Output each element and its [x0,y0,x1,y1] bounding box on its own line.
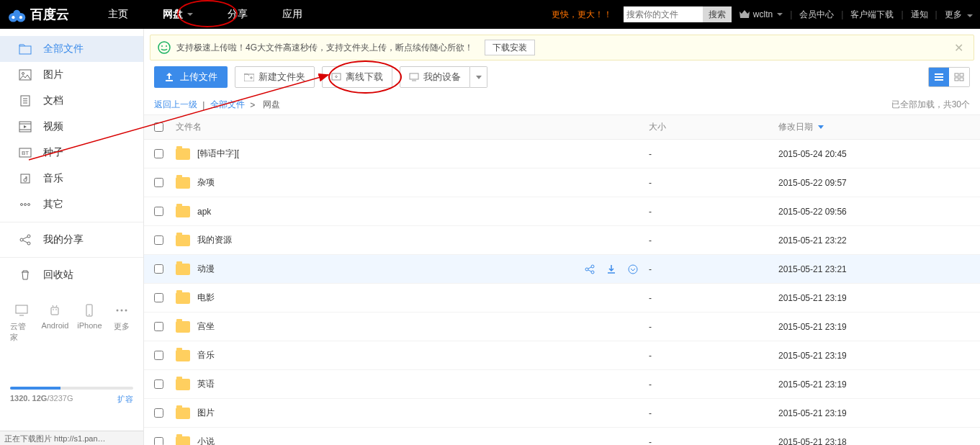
sidebar-share[interactable]: 我的分享 [0,227,143,253]
list-view-button[interactable] [929,68,949,86]
row-checkbox[interactable] [154,264,163,274]
search-input[interactable] [624,6,703,22]
load-status: 已全部加载，共30个 [891,99,970,111]
platform-iphone[interactable]: iPhone [77,302,102,343]
col-name[interactable]: 文件名 [173,121,649,133]
row-checkbox[interactable] [154,178,163,187]
select-all-checkbox[interactable] [154,122,163,132]
offline-download-button[interactable]: 离线下载 [322,66,392,88]
row-checkbox[interactable] [154,235,163,245]
table-row[interactable]: 动漫-2015-05-21 23:21 [144,255,980,284]
top-bar-right: 更快，更大！！ 搜索 wcltn | 会员中心 | 客户端下载 | 通知 | 更… [552,6,973,22]
sidebar-item[interactable]: 文档 [0,88,143,114]
row-checkbox[interactable] [154,322,163,331]
file-size: - [649,235,778,246]
smile-icon [158,41,171,54]
download-icon [331,73,341,81]
more-link[interactable]: 更多 [945,9,973,21]
table-row[interactable]: 英语-2015-05-21 23:19 [144,370,980,399]
topnav-item[interactable]: 主页 [91,0,145,29]
platform-monitor[interactable]: 云管家 [10,302,32,343]
file-date: 2015-05-21 23:19 [778,351,966,361]
folder-icon [176,408,190,419]
svg-rect-51 [955,73,958,76]
svg-point-35 [117,310,119,312]
share-icon[interactable] [584,264,595,275]
other-icon [19,198,32,211]
grid-view-button[interactable] [949,68,969,86]
sidebar-item[interactable]: 视频 [0,114,143,140]
sidebar-item[interactable]: BT种子 [0,140,143,166]
new-folder-icon [244,73,254,81]
sidebar-recycle-label: 回收站 [43,269,73,282]
col-size[interactable]: 大小 [649,121,778,133]
sidebar-item[interactable]: 图片 [0,62,143,88]
row-checkbox[interactable] [154,437,163,445]
table-row[interactable]: 小说-2015-05-21 23:18 [144,428,980,445]
file-size: - [649,293,778,303]
breadcrumb-root[interactable]: 全部文件 [210,99,245,111]
row-checkbox[interactable] [154,351,163,360]
svg-point-36 [121,310,123,312]
search-button[interactable]: 搜索 [703,6,732,22]
storage-bar [10,387,133,390]
svg-point-40 [166,45,167,47]
my-device-button[interactable]: 我的设备 [400,66,470,88]
grid-icon [954,73,964,81]
banner-install-button[interactable]: 下载安装 [485,40,535,55]
svg-rect-53 [955,78,958,81]
table-row[interactable]: 电影-2015-05-21 23:19 [144,284,980,313]
breadcrumb-back[interactable]: 返回上一级 [154,99,197,111]
sidebar-item[interactable]: 其它 [0,192,143,217]
topnav-item[interactable]: 分享 [210,0,265,29]
client-download-link[interactable]: 客户端下载 [850,9,894,21]
row-checkbox[interactable] [154,408,163,418]
folder-icon [176,350,190,361]
table-row[interactable]: 音乐-2015-05-21 23:19 [144,341,980,370]
iphone-icon [81,302,97,318]
vip-link[interactable]: 会员中心 [799,9,834,21]
table-row[interactable]: 杂项-2015-05-22 09:57 [144,168,980,197]
row-checkbox[interactable] [154,379,163,389]
sidebar-item[interactable]: 音乐 [0,166,143,192]
row-checkbox[interactable] [154,207,163,216]
upload-button[interactable]: 上传文件 [154,66,228,88]
row-checkbox[interactable] [154,149,163,158]
sidebar-item[interactable]: 全部文件 [0,36,143,62]
more-icon[interactable] [627,264,639,275]
user-menu[interactable]: wcltn [739,9,783,19]
sidebar-item-label: 图片 [43,68,63,81]
table-row[interactable]: 我的资源-2015-05-21 23:22 [144,226,980,255]
topnav-item[interactable]: 网盘 [145,0,210,29]
logo[interactable]: 百度云 [7,6,69,23]
promo-text[interactable]: 更快，更大！！ [552,9,612,21]
topnav-item[interactable]: 应用 [265,0,320,29]
platform-android[interactable]: Android [41,302,68,343]
table-row[interactable]: 宫坐-2015-05-21 23:19 [144,313,980,341]
baidu-cloud-icon [7,6,27,23]
file-date: 2015-05-21 23:19 [778,322,966,332]
svg-rect-54 [960,78,963,81]
file-name: 图片 [197,407,215,419]
table-row[interactable]: 图片-2015-05-21 23:19 [144,399,980,428]
device-caret-button[interactable] [470,66,487,88]
file-name: 动漫 [197,263,215,275]
row-checkbox[interactable] [154,293,163,302]
expand-storage[interactable]: 扩容 [117,394,133,405]
svg-point-23 [27,242,30,245]
close-icon[interactable]: ✕ [951,41,966,55]
file-date: 2015-05-21 23:18 [778,437,966,446]
sidebar-recycle[interactable]: 回收站 [0,262,143,288]
col-date[interactable]: 修改日期 [778,121,966,133]
file-list[interactable]: [韩语中字][-2015-05-24 20:45杂项-2015-05-22 09… [144,140,980,445]
svg-rect-52 [960,73,963,76]
sidebar-item-label: 文档 [43,94,63,107]
platform-more[interactable]: 更多 [111,302,133,343]
table-row[interactable]: apk-2015-05-22 09:56 [144,197,980,226]
download-icon[interactable] [606,264,617,275]
new-folder-button[interactable]: 新建文件夹 [235,66,315,88]
table-row[interactable]: [韩语中字][-2015-05-24 20:45 [144,140,980,168]
file-date: 2015-05-21 23:19 [778,293,966,303]
notify-link[interactable]: 通知 [911,9,928,21]
folder-icon [176,264,190,275]
